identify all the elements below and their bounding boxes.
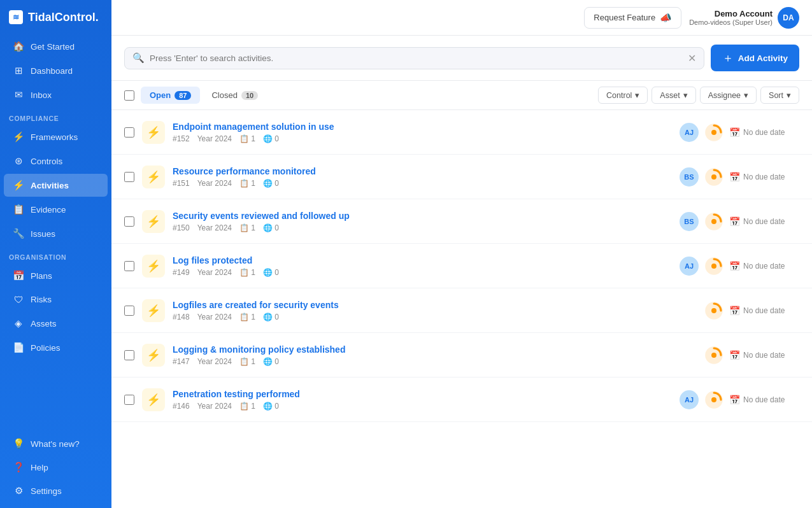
due-date-label: No due date xyxy=(743,306,785,315)
user-info: Demo Account Demo-videos (Super User) xyxy=(689,9,773,26)
activity-title[interactable]: Logfiles are created for security events xyxy=(173,300,697,310)
activity-right: BS 📅 No due date xyxy=(680,167,799,187)
activity-checkbox-5[interactable] xyxy=(124,350,134,360)
tab-closed[interactable]: Closed 10 xyxy=(203,87,267,104)
logo-icon: ≋ xyxy=(9,10,23,24)
sidebar-item-activities[interactable]: ⚡ Activities xyxy=(4,174,108,197)
add-activity-label: Add Activity xyxy=(738,53,788,63)
activity-meta: #150 Year 2024 📋 1 🌐 0 xyxy=(173,223,672,232)
request-feature-button[interactable]: Request Feature 📣 xyxy=(584,7,681,29)
activity-checkbox-4[interactable] xyxy=(124,306,134,316)
due-date-label: No due date xyxy=(743,262,785,271)
activity-title[interactable]: Endpoint management solution in use xyxy=(173,122,672,132)
sidebar-item-dashboard[interactable]: ⊞ Dashboard xyxy=(4,59,108,82)
activity-title[interactable]: Log files protected xyxy=(173,255,672,265)
tab-open-label: Open xyxy=(150,90,171,100)
svg-point-3 xyxy=(711,174,716,180)
avatar[interactable]: DA xyxy=(778,7,799,29)
activity-icon-wrap: ⚡ xyxy=(142,121,165,144)
sidebar-nav: 🏠 Get Started ⊞ Dashboard ✉ Inbox Compli… xyxy=(0,34,111,508)
activity-tasks: 📋 1 xyxy=(239,223,255,232)
activity-links: 🌐 0 xyxy=(263,268,279,277)
svg-point-1 xyxy=(711,130,716,135)
content-area: 🔍 ✕ ＋ Add Activity Open 87 Closed 10 xyxy=(111,36,812,508)
activity-checkbox-2[interactable] xyxy=(124,216,134,227)
megaphone-icon: 📣 xyxy=(660,12,672,24)
sidebar-item-evidence[interactable]: 📋 Evidence xyxy=(4,198,108,221)
activity-row[interactable]: ⚡ Log files protected #149 Year 2024 📋 1… xyxy=(111,244,812,288)
lightning-icon: ⚡ xyxy=(146,215,160,229)
chevron-down-icon: ▾ xyxy=(744,90,748,100)
activity-title[interactable]: Logging & monitoring policy established xyxy=(173,344,697,355)
activity-icon-wrap: ⚡ xyxy=(142,210,165,233)
add-icon: ＋ xyxy=(722,50,734,66)
sidebar-item-issues[interactable]: 🔧 Issues xyxy=(4,222,108,245)
sidebar-item-settings[interactable]: ⚙ Settings xyxy=(4,479,108,502)
sidebar-item-policies[interactable]: 📄 Policies xyxy=(4,336,108,359)
sidebar-item-label: Dashboard xyxy=(31,66,73,76)
activity-checkbox-3[interactable] xyxy=(124,261,134,271)
tasks-icon: 📋 xyxy=(239,134,249,143)
sidebar-item-inbox[interactable]: ✉ Inbox xyxy=(4,83,108,106)
activity-row[interactable]: ⚡ Penetration testing performed #146 Yea… xyxy=(111,377,812,422)
links-icon: 🌐 xyxy=(263,223,273,232)
activity-checkbox-0[interactable] xyxy=(124,127,134,138)
sidebar-item-assets[interactable]: ◈ Assets xyxy=(4,312,108,335)
activity-row[interactable]: ⚡ Endpoint management solution in use #1… xyxy=(111,110,812,155)
sort-button[interactable]: Sort ▾ xyxy=(760,87,799,104)
tab-closed-badge: 10 xyxy=(241,91,258,100)
status-icon xyxy=(705,302,723,320)
app-logo[interactable]: ≋ TidalControl. xyxy=(0,0,111,34)
main-content: Request Feature 📣 Demo Account Demo-vide… xyxy=(111,0,812,508)
activity-title[interactable]: Resource performance monitored xyxy=(173,166,672,176)
filter-buttons: Control ▾ Asset ▾ Assignee ▾ Sort ▾ xyxy=(598,87,799,104)
activity-checkbox-6[interactable] xyxy=(124,395,134,405)
select-all-checkbox[interactable] xyxy=(124,90,134,101)
activity-id: #148 xyxy=(173,313,190,321)
calendar-icon: 📅 xyxy=(729,261,740,271)
tab-open[interactable]: Open 87 xyxy=(141,87,200,104)
lightning-icon: ⚡ xyxy=(146,125,160,139)
search-bar-row: 🔍 ✕ ＋ Add Activity xyxy=(111,36,812,81)
search-input[interactable] xyxy=(150,53,683,63)
activity-id: #147 xyxy=(173,357,190,366)
sidebar-item-label: Assets xyxy=(31,319,57,328)
asset-filter-button[interactable]: Asset ▾ xyxy=(652,87,695,104)
activity-row[interactable]: ⚡ Resource performance monitored #151 Ye… xyxy=(111,155,812,199)
links-icon: 🌐 xyxy=(263,179,273,188)
control-filter-button[interactable]: Control ▾ xyxy=(598,87,648,104)
sidebar-item-label: Frameworks xyxy=(31,132,78,142)
assets-icon: ◈ xyxy=(13,318,24,329)
sidebar-item-label: Plans xyxy=(31,271,52,281)
sidebar-item-plans[interactable]: 📅 Plans xyxy=(4,264,108,287)
sidebar-item-label: Inbox xyxy=(31,90,52,100)
sidebar-item-frameworks[interactable]: ⚡ Frameworks xyxy=(4,125,108,148)
risks-icon: 🛡 xyxy=(13,294,24,305)
activity-right: AJ 📅 No due date xyxy=(680,257,799,276)
due-date: 📅 No due date xyxy=(729,350,799,360)
assignee-filter-button[interactable]: Assignee ▾ xyxy=(700,87,757,104)
activity-title[interactable]: Security events reviewed and followed up xyxy=(173,211,672,221)
activity-meta: #152 Year 2024 📋 1 🌐 0 xyxy=(173,134,672,143)
sidebar-item-get-started[interactable]: 🏠 Get Started xyxy=(4,35,108,58)
activity-id: #152 xyxy=(173,134,190,143)
activity-row[interactable]: ⚡ Logging & monitoring policy establishe… xyxy=(111,333,812,377)
add-activity-button[interactable]: ＋ Add Activity xyxy=(711,45,799,71)
sidebar-item-controls[interactable]: ⊛ Controls xyxy=(4,150,108,173)
activity-row[interactable]: ⚡ Security events reviewed and followed … xyxy=(111,199,812,244)
links-icon: 🌐 xyxy=(263,402,273,411)
tasks-icon: 📋 xyxy=(239,179,249,188)
clear-icon[interactable]: ✕ xyxy=(688,52,696,64)
due-date-label: No due date xyxy=(743,351,785,360)
activity-title[interactable]: Penetration testing performed xyxy=(173,389,672,399)
sidebar-item-help[interactable]: ❓ Help xyxy=(4,456,108,479)
activity-row[interactable]: ⚡ Logfiles are created for security even… xyxy=(111,288,812,333)
due-date: 📅 No due date xyxy=(729,261,799,271)
sidebar-item-risks[interactable]: 🛡 Risks xyxy=(4,288,108,311)
activity-checkbox-1[interactable] xyxy=(124,172,134,182)
sidebar-item-whats-new[interactable]: 💡 What's new? xyxy=(4,432,108,455)
tab-closed-label: Closed xyxy=(211,90,237,100)
svg-point-11 xyxy=(711,353,716,358)
filters-row: Open 87 Closed 10 Control ▾ Asset ▾ xyxy=(111,81,812,110)
activity-main: Security events reviewed and followed up… xyxy=(173,211,672,232)
